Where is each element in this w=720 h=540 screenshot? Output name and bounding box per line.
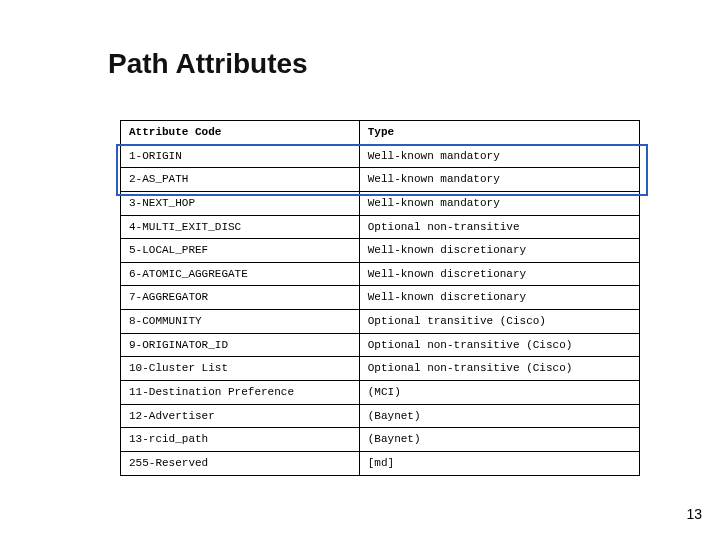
cell-code: 6-ATOMIC_AGGREGATE — [121, 262, 360, 286]
cell-type: Optional transitive (Cisco) — [359, 310, 639, 334]
cell-code: 12-Advertiser — [121, 404, 360, 428]
cell-type: Well-known mandatory — [359, 144, 639, 168]
cell-code: 10-Cluster List — [121, 357, 360, 381]
cell-code: 9-ORIGINATOR_ID — [121, 333, 360, 357]
page-number: 13 — [686, 506, 702, 522]
cell-code: 2-AS_PATH — [121, 168, 360, 192]
cell-type: Optional non-transitive (Cisco) — [359, 333, 639, 357]
header-type: Type — [359, 121, 639, 145]
cell-code: 1-ORIGIN — [121, 144, 360, 168]
attributes-table-wrap: Attribute Code Type 1-ORIGIN Well-known … — [120, 120, 640, 476]
table-row: 9-ORIGINATOR_ID Optional non-transitive … — [121, 333, 640, 357]
table-row: 5-LOCAL_PREF Well-known discretionary — [121, 239, 640, 263]
table-row: 7-AGGREGATOR Well-known discretionary — [121, 286, 640, 310]
cell-type: Optional non-transitive (Cisco) — [359, 357, 639, 381]
slide: Path Attributes Attribute Code Type 1-OR… — [0, 0, 720, 540]
table-row: 255-Reserved [md] — [121, 451, 640, 475]
cell-code: 4-MULTI_EXIT_DISC — [121, 215, 360, 239]
cell-type: (MCI) — [359, 381, 639, 405]
page-title: Path Attributes — [108, 48, 308, 80]
table-row: 4-MULTI_EXIT_DISC Optional non-transitiv… — [121, 215, 640, 239]
cell-code: 11-Destination Preference — [121, 381, 360, 405]
cell-type: Well-known discretionary — [359, 239, 639, 263]
cell-code: 3-NEXT_HOP — [121, 191, 360, 215]
table-row: 6-ATOMIC_AGGREGATE Well-known discretion… — [121, 262, 640, 286]
cell-code: 13-rcid_path — [121, 428, 360, 452]
cell-code: 5-LOCAL_PREF — [121, 239, 360, 263]
cell-code: 7-AGGREGATOR — [121, 286, 360, 310]
table-row: 8-COMMUNITY Optional transitive (Cisco) — [121, 310, 640, 334]
table-row: 3-NEXT_HOP Well-known mandatory — [121, 191, 640, 215]
cell-type: Well-known discretionary — [359, 262, 639, 286]
attributes-table: Attribute Code Type 1-ORIGIN Well-known … — [120, 120, 640, 476]
cell-type: Optional non-transitive — [359, 215, 639, 239]
table-header-row: Attribute Code Type — [121, 121, 640, 145]
cell-type: [md] — [359, 451, 639, 475]
cell-code: 255-Reserved — [121, 451, 360, 475]
cell-type: Well-known discretionary — [359, 286, 639, 310]
table-row: 2-AS_PATH Well-known mandatory — [121, 168, 640, 192]
table-row: 13-rcid_path (Baynet) — [121, 428, 640, 452]
cell-type: Well-known mandatory — [359, 168, 639, 192]
cell-type: (Baynet) — [359, 428, 639, 452]
table-row: 12-Advertiser (Baynet) — [121, 404, 640, 428]
table-row: 11-Destination Preference (MCI) — [121, 381, 640, 405]
cell-type: (Baynet) — [359, 404, 639, 428]
cell-type: Well-known mandatory — [359, 191, 639, 215]
table-row: 1-ORIGIN Well-known mandatory — [121, 144, 640, 168]
cell-code: 8-COMMUNITY — [121, 310, 360, 334]
header-attribute-code: Attribute Code — [121, 121, 360, 145]
table-row: 10-Cluster List Optional non-transitive … — [121, 357, 640, 381]
